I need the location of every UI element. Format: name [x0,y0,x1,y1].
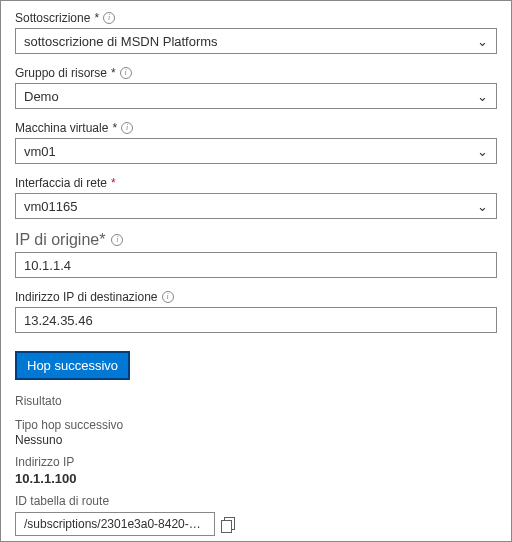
select-value: vm01 [24,144,56,159]
result-ip-label: Indirizzo IP [15,455,497,469]
resource-group-select[interactable]: Demo ⌄ [15,83,497,109]
vm-select[interactable]: vm01 ⌄ [15,138,497,164]
next-hop-button[interactable]: Hop successivo [15,351,130,380]
required-mark: * [94,11,99,25]
label-text: Macchina virtuale [15,121,108,135]
nic-select[interactable]: vm01165 ⌄ [15,193,497,219]
subscription-select[interactable]: sottoscrizione di MSDN Platforms ⌄ [15,28,497,54]
chevron-down-icon: ⌄ [477,89,488,104]
field-dest-ip: Indirizzo IP di destinazione i 13.24.35.… [15,290,497,333]
chevron-down-icon: ⌄ [477,199,488,214]
label-text: Gruppo di risorse [15,66,107,80]
info-icon[interactable]: i [111,234,123,246]
next-hop-type-label: Tipo hop successivo [15,418,497,432]
route-table-value[interactable]: /subscriptions/2301e3a0-8420-… [15,512,215,536]
result-section: Risultato Tipo hop successivo Nessuno In… [15,394,497,536]
label-text: Indirizzo IP di destinazione [15,290,158,304]
info-icon[interactable]: i [103,12,115,24]
required-mark: * [111,176,116,190]
route-table-row: /subscriptions/2301e3a0-8420-… [15,512,497,536]
label-subscription: Sottoscrizione * i [15,11,497,25]
required-mark: * [112,121,117,135]
select-value: vm01165 [24,199,77,214]
info-icon[interactable]: i [121,122,133,134]
source-ip-input[interactable]: 10.1.1.4 [15,252,497,278]
input-value: 10.1.1.4 [24,258,71,273]
label-nic: Interfaccia di rete * [15,176,497,190]
result-heading: Risultato [15,394,497,408]
field-source-ip: IP di origine* i 10.1.1.4 [15,231,497,278]
info-icon[interactable]: i [162,291,174,303]
label-text: Interfaccia di rete [15,176,107,190]
next-hop-panel: Sottoscrizione * i sottoscrizione di MSD… [0,0,512,542]
label-source-ip: IP di origine* i [15,231,497,249]
dest-ip-input[interactable]: 13.24.35.46 [15,307,497,333]
field-nic: Interfaccia di rete * vm01165 ⌄ [15,176,497,219]
select-value: Demo [24,89,59,104]
label-vm: Macchina virtuale * i [15,121,497,135]
required-mark: * [99,231,105,248]
field-vm: Macchina virtuale * i vm01 ⌄ [15,121,497,164]
label-dest-ip: Indirizzo IP di destinazione i [15,290,497,304]
info-icon[interactable]: i [120,67,132,79]
field-resource-group: Gruppo di risorse * i Demo ⌄ [15,66,497,109]
input-value: 13.24.35.46 [24,313,93,328]
route-table-label: ID tabella di route [15,494,497,508]
copy-icon[interactable] [221,517,235,531]
select-value: sottoscrizione di MSDN Platforms [24,34,218,49]
label-text: Sottoscrizione [15,11,90,25]
label-resource-group: Gruppo di risorse * i [15,66,497,80]
next-hop-type-value: Nessuno [15,433,497,447]
chevron-down-icon: ⌄ [477,34,488,49]
required-mark: * [111,66,116,80]
field-subscription: Sottoscrizione * i sottoscrizione di MSD… [15,11,497,54]
chevron-down-icon: ⌄ [477,144,488,159]
result-ip-value: 10.1.1.100 [15,471,497,486]
label-text: IP di origine [15,231,99,248]
